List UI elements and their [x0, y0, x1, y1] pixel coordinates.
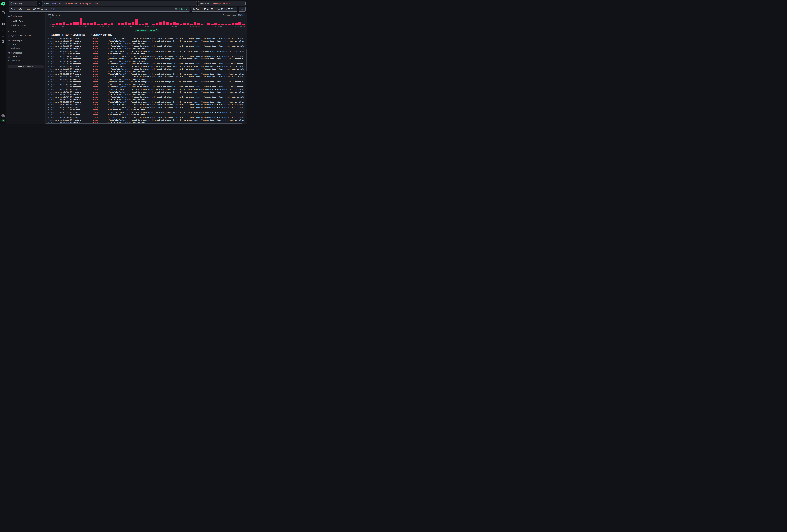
row-expand-chevron-icon[interactable]	[48, 61, 50, 62]
column-settings-icon[interactable]: ⋮	[243, 34, 245, 36]
source-settings-gear-icon[interactable]: ⚙	[38, 2, 41, 5]
load-more-servicename[interactable]: Load more	[8, 60, 44, 62]
run-query-button[interactable]: ▷	[239, 7, 246, 12]
row-expand-chevron-icon[interactable]	[48, 86, 50, 88]
row-expand-chevron-icon[interactable]	[48, 63, 50, 65]
table-row[interactable]: Jun 11 1:56:03.248 PMpaymenterrorVisa ca…	[48, 78, 245, 81]
table-row[interactable]: Jun 11 1:55:16.302 PMfrontenderror× {"co…	[48, 106, 245, 108]
resume-live-tail-button[interactable]: Resume Live Tail	[135, 29, 159, 32]
row-expand-chevron-icon[interactable]	[48, 83, 50, 85]
row-expand-chevron-icon[interactable]	[48, 66, 50, 67]
filter-option-info[interactable]: info	[8, 43, 44, 45]
row-expand-chevron-icon[interactable]	[48, 99, 50, 101]
table-row[interactable]: Jun 11 1:56:08.955 PMfrontenderror{"code…	[48, 73, 245, 76]
mode-lucene[interactable]: Lucene	[181, 8, 188, 10]
row-expand-chevron-icon[interactable]	[48, 89, 50, 90]
row-expand-chevron-icon[interactable]	[48, 40, 50, 42]
denoise-results-toggle[interactable]: Denoise Results	[8, 35, 44, 37]
user-avatar[interactable]: U	[1, 119, 5, 122]
row-expand-chevron-icon[interactable]	[48, 43, 50, 44]
denoise-checkbox[interactable]	[8, 35, 10, 37]
row-expand-chevron-icon[interactable]	[48, 106, 50, 108]
row-expand-chevron-icon[interactable]	[48, 78, 50, 80]
filter-option-checkout[interactable]: checkout	[8, 56, 44, 58]
table-row[interactable]: Jun 11 1:55:59.765 PMfrontenderror{"code…	[48, 88, 245, 91]
app-logo-icon[interactable]	[1, 2, 5, 6]
chart-metrics-icon[interactable]	[2, 29, 4, 31]
vertical-scrollbar-thumb[interactable]	[246, 49, 247, 71]
row-expand-chevron-icon[interactable]	[48, 116, 50, 118]
table-row[interactable]: Jun 11 1:56:03.252 PMfrontenderror{"code…	[48, 81, 245, 83]
table-row[interactable]: Jun 11 1:55:39.331 PMfrontenderror× {"co…	[48, 103, 245, 106]
source-select[interactable]: Demo Logs	[9, 1, 37, 6]
col-severitytext[interactable]: SeverityText	[93, 34, 108, 36]
table-row[interactable]: Jun 11 1:55:16.296 PMpaymenterrorVisa ca…	[48, 108, 245, 111]
row-expand-chevron-icon[interactable]	[48, 73, 50, 75]
table-row[interactable]: Jun 11 1:55:39.330 PMfrontenderror{"code…	[48, 101, 245, 103]
row-expand-chevron-icon[interactable]	[48, 109, 50, 110]
row-expand-chevron-icon[interactable]	[48, 58, 50, 60]
table-row[interactable]: Jun 11 1:56:08.948 PMpaymenterrorVisa ca…	[48, 70, 245, 73]
row-expand-chevron-icon[interactable]	[48, 71, 50, 72]
table-row[interactable]: Jun 11 1:55:07.841 PMfrontenderror× {"co…	[48, 116, 245, 119]
horizontal-scrollbar-thumb[interactable]	[46, 123, 242, 124]
table-row[interactable]: Jun 11 1:56:51.982 PMfrontenderror× {"co…	[48, 37, 245, 40]
horizontal-scrollbar[interactable]	[46, 123, 246, 124]
table-row[interactable]: Jun 11 1:55:07.835 PMfrontenderror{"code…	[48, 119, 245, 121]
row-expand-chevron-icon[interactable]	[48, 81, 50, 83]
tab-event-patterns[interactable]: Event Patterns	[8, 23, 44, 27]
row-expand-chevron-icon[interactable]	[48, 48, 50, 49]
order-by-input[interactable]: ORDER BY TimestampTime DESC	[198, 1, 246, 6]
row-expand-chevron-icon[interactable]	[48, 112, 50, 113]
table-row[interactable]: Jun 11 1:55:39.324 PMpaymenterrorVisa ca…	[48, 98, 245, 101]
row-expand-chevron-icon[interactable]	[48, 114, 50, 116]
search-logs-icon[interactable]	[2, 23, 4, 25]
table-row[interactable]: Jun 11 1:56:43.001 PMfrontenderror× {"co…	[48, 45, 245, 47]
info-checkbox[interactable]	[8, 43, 10, 45]
dashboards-icon[interactable]	[2, 40, 4, 43]
table-row[interactable]: Jun 11 1:55:51.454 PMfrontenderror× {"co…	[48, 96, 245, 98]
table-row[interactable]: Jun 11 1:55:51.452 PMfrontenderror{"code…	[48, 91, 245, 93]
load-more-severitytext[interactable]: Load more	[8, 47, 44, 49]
row-expand-chevron-icon[interactable]	[48, 104, 50, 105]
date-range-picker[interactable]: Jun 11 13:41:52 - Jun 11 13:56:52	[191, 7, 237, 12]
tab-results-table[interactable]: Results Table	[8, 19, 44, 23]
table-row[interactable]: Jun 11 1:55:07.827 PMpaymenterrorVisa ca…	[48, 114, 245, 116]
table-row[interactable]: Jun 11 1:56:38.542 PMfrontenderror× {"co…	[48, 55, 245, 58]
col-body[interactable]: Body	[108, 34, 245, 36]
table-row[interactable]: Jun 11 1:56:32.849 PMfrontenderror× {"co…	[48, 63, 245, 65]
vertical-scrollbar[interactable]	[246, 48, 247, 123]
table-row[interactable]: Jun 11 1:56:32.843 PMpaymenterrorVisa ca…	[48, 60, 245, 63]
col-servicename[interactable]: ServiceName	[73, 34, 93, 36]
table-row[interactable]: Jun 11 1:56:51.980 PMfrontenderror{"code…	[48, 40, 245, 42]
table-row[interactable]: Jun 11 1:56:08.956 PMfrontenderror× {"co…	[48, 68, 245, 70]
table-row[interactable]: Jun 11 1:56:03.254 PMfrontenderror× {"co…	[48, 76, 245, 78]
sessions-laptop-icon[interactable]	[2, 35, 4, 37]
row-expand-chevron-icon[interactable]	[48, 96, 50, 98]
filter-group-servicename[interactable]: ServiceName	[8, 52, 44, 54]
help-button[interactable]: ?	[1, 114, 5, 118]
more-filters-button[interactable]: More filters	[8, 65, 44, 68]
select-columns-input[interactable]: SELECT Timestamp, ServiceName, SeverityT…	[42, 1, 197, 6]
table-row[interactable]: Jun 11 1:56:38.534 PMpaymenterrorVisa ca…	[48, 52, 245, 55]
table-row[interactable]: Jun 11 1:56:32.848 PMfrontenderror{"code…	[48, 65, 245, 68]
row-expand-chevron-icon[interactable]	[48, 94, 50, 95]
row-expand-chevron-icon[interactable]	[48, 119, 50, 121]
row-expand-chevron-icon[interactable]	[48, 53, 50, 55]
table-row[interactable]: Jun 11 1:55:51.448 PMpaymenterrorVisa ca…	[48, 93, 245, 96]
row-expand-chevron-icon[interactable]	[48, 38, 50, 39]
filter-group-severitytext[interactable]: SeverityText	[8, 39, 44, 42]
row-expand-chevron-icon[interactable]	[48, 76, 50, 78]
row-expand-chevron-icon[interactable]	[48, 45, 50, 47]
collapse-panel-icon[interactable]	[2, 11, 4, 14]
checkout-checkbox[interactable]	[8, 56, 10, 58]
row-expand-chevron-icon[interactable]	[48, 101, 50, 103]
row-expand-chevron-icon[interactable]	[48, 68, 50, 70]
search-query-input[interactable]: SeverityText:error AND "Visa cache full"…	[9, 7, 190, 12]
table-row[interactable]: Jun 11 1:56:42.995 PMpaymenterrorVisa ca…	[48, 47, 245, 50]
row-expand-chevron-icon[interactable]	[48, 91, 50, 93]
row-expand-chevron-icon[interactable]	[48, 50, 50, 52]
table-row[interactable]: Jun 11 1:55:16.300 PMfrontenderror{"code…	[48, 111, 245, 113]
table-row[interactable]: Jun 11 1:55:59.760 PMpaymenterrorVisa ca…	[48, 83, 245, 85]
row-expand-chevron-icon[interactable]	[48, 56, 50, 57]
